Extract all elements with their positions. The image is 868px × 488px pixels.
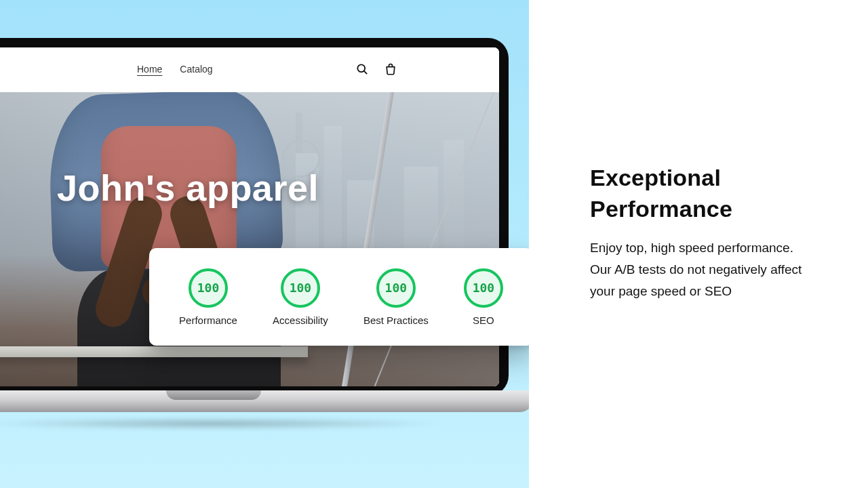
- gauge-accessibility: 100: [281, 268, 320, 308]
- gauge-best-practices: 100: [376, 268, 416, 308]
- bag-icon[interactable]: [384, 62, 397, 76]
- score-seo: 100 SEO: [464, 268, 503, 326]
- score-label: Accessibility: [273, 314, 328, 326]
- body-copy: Enjoy top, high speed performance. Our A…: [590, 237, 807, 303]
- gauge-performance: 100: [189, 268, 228, 308]
- hero-bench: [0, 346, 308, 357]
- laptop-base: [0, 390, 536, 412]
- laptop-notch: [166, 390, 261, 400]
- score-best-practices: 100 Best Practices: [363, 268, 429, 326]
- marketing-left-panel: AREL Home Catalog: [0, 0, 529, 488]
- score-label: Best Practices: [363, 314, 429, 326]
- score-accessibility: 100 Accessibility: [273, 268, 328, 326]
- site-nav: Home Catalog: [137, 64, 213, 75]
- svg-line-1: [364, 71, 367, 74]
- laptop-mockup: AREL Home Catalog: [0, 38, 509, 424]
- nav-link-catalog[interactable]: Catalog: [180, 64, 212, 75]
- marketing-copy-panel: Exceptional Performance Enjoy top, high …: [529, 0, 868, 488]
- lighthouse-score-card: 100 Performance 100 Accessibility 100 Be…: [149, 248, 533, 346]
- nav-link-home[interactable]: Home: [137, 64, 162, 75]
- search-icon[interactable]: [355, 62, 369, 76]
- hero-title: John's apparel: [57, 167, 319, 209]
- laptop-shadow: [0, 418, 450, 430]
- score-performance: 100 Performance: [179, 268, 237, 326]
- headline: Exceptional Performance: [590, 163, 807, 225]
- site-header: AREL Home Catalog: [0, 47, 499, 92]
- score-label: SEO: [473, 314, 494, 326]
- score-label: Performance: [179, 314, 237, 326]
- gauge-seo: 100: [464, 268, 503, 308]
